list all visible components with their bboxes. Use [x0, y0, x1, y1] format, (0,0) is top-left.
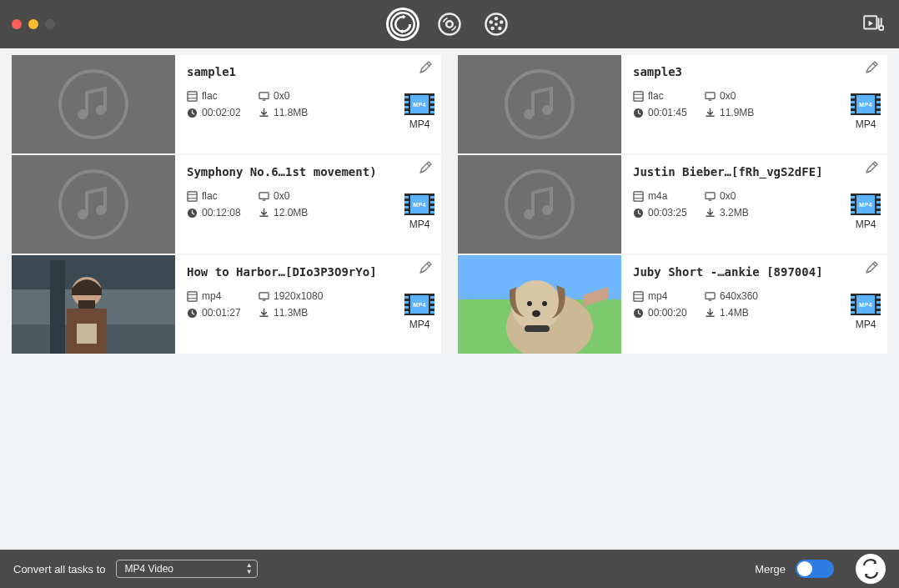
- pencil-icon: [418, 160, 433, 175]
- download-icon: [705, 308, 716, 319]
- pencil-icon: [864, 260, 879, 275]
- merge-label: Merge: [755, 563, 786, 575]
- file-title: Justin Bieber…[fRh_vgS2dFE]: [633, 165, 833, 178]
- clock-icon: [633, 308, 644, 319]
- file-size: 11.8MB: [259, 107, 342, 118]
- task-card[interactable]: sample1 flac 0x0 00:02:02 11.8MB: [12, 55, 441, 153]
- svg-point-29: [542, 301, 547, 306]
- maximize-window-button[interactable]: [45, 19, 55, 29]
- output-format-label: MP4: [856, 118, 876, 130]
- thumbnail: [12, 255, 175, 354]
- codec: flac: [187, 190, 259, 202]
- svg-rect-24: [78, 300, 95, 309]
- codec: mp4: [187, 290, 259, 302]
- monitor-icon: [259, 91, 269, 102]
- monitor-icon: [259, 291, 269, 302]
- task-list: sample1 flac 0x0 00:02:02 11.8MB: [0, 48, 899, 550]
- clock-icon: [187, 108, 198, 118]
- file-title: sample1: [187, 65, 387, 78]
- task-card[interactable]: How to Harbor…[DIo3P3O9rYo] mp4 1920x108…: [12, 255, 441, 354]
- media-library-button[interactable]: [862, 13, 884, 37]
- film-icon: [633, 91, 644, 102]
- output-format-label: MP4: [409, 118, 430, 130]
- convert-icon: [861, 559, 881, 579]
- merge-toggle[interactable]: [796, 560, 834, 578]
- file-size: 12.0MB: [259, 207, 342, 219]
- thumbnail: [12, 155, 175, 254]
- duration: 00:01:27: [187, 307, 259, 319]
- output-format-label: MP4: [409, 219, 430, 230]
- edit-button[interactable]: [864, 60, 881, 77]
- film-icon: [633, 191, 644, 202]
- task-card[interactable]: Symphony No.6…1st movement) flac 0x0 00:…: [12, 155, 441, 254]
- convert-button[interactable]: [856, 554, 886, 584]
- film-icon: [633, 291, 644, 302]
- resolution: 0x0: [705, 190, 788, 202]
- svg-point-30: [532, 310, 540, 317]
- edit-button[interactable]: [864, 160, 881, 177]
- output-format-button[interactable]: MP4 MP4: [851, 93, 881, 130]
- thumbnail: [12, 55, 175, 153]
- format-icon: MP4: [404, 193, 434, 215]
- output-format-button[interactable]: MP4 MP4: [851, 193, 881, 230]
- format-icon: MP4: [851, 193, 881, 215]
- codec: flac: [633, 90, 705, 102]
- duration: 00:01:45: [633, 107, 705, 118]
- pencil-icon: [864, 60, 879, 75]
- film-icon: [187, 291, 198, 302]
- codec: m4a: [633, 190, 705, 202]
- minimize-window-button[interactable]: [28, 19, 38, 29]
- format-icon: MP4: [404, 294, 434, 315]
- file-title: How to Harbor…[DIo3P3O9rYo]: [187, 265, 387, 279]
- output-format-button[interactable]: MP4 MP4: [404, 193, 434, 230]
- task-card[interactable]: sample3 flac 0x0 00:01:45 11.9MB: [458, 55, 887, 153]
- edit-button[interactable]: [418, 60, 434, 77]
- output-format-select[interactable]: MP4 Video ▲▼: [116, 560, 258, 578]
- download-icon: [705, 108, 716, 118]
- format-icon: MP4: [851, 294, 881, 315]
- bottom-bar: Convert all tasks to MP4 Video ▲▼ Merge: [0, 550, 899, 588]
- convert-all-label: Convert all tasks to: [13, 563, 106, 575]
- duration: 00:03:25: [633, 207, 705, 219]
- window-controls: [12, 19, 55, 29]
- edit-button[interactable]: [418, 260, 434, 277]
- format-icon: MP4: [404, 93, 434, 115]
- edit-button[interactable]: [864, 260, 881, 277]
- resolution: 640x360: [705, 290, 788, 302]
- clock-icon: [187, 308, 198, 319]
- thumbnail: [458, 155, 621, 254]
- download-icon: [259, 308, 269, 319]
- output-format-button[interactable]: MP4 MP4: [404, 93, 434, 130]
- task-card[interactable]: Justin Bieber…[fRh_vgS2dFE] m4a 0x0 00:0…: [458, 155, 887, 254]
- svg-rect-31: [525, 325, 550, 332]
- file-size: 11.9MB: [705, 107, 788, 118]
- duration: 00:12:08: [187, 207, 259, 219]
- task-card[interactable]: Juby Short -…ankie [897004] mp4 640x360 …: [458, 255, 887, 354]
- svg-rect-25: [50, 260, 65, 354]
- output-format-value: MP4 Video: [125, 563, 173, 575]
- output-format-label: MP4: [856, 319, 876, 330]
- codec: mp4: [633, 290, 705, 302]
- output-format-button[interactable]: MP4 MP4: [404, 294, 434, 330]
- edit-button[interactable]: [418, 160, 434, 177]
- clock-icon: [187, 208, 198, 219]
- monitor-icon: [705, 291, 716, 302]
- resolution: 0x0: [259, 90, 342, 102]
- file-size: 11.3MB: [259, 307, 342, 319]
- tab-convert[interactable]: [386, 8, 419, 41]
- resolution: 0x0: [259, 190, 342, 202]
- close-window-button[interactable]: [12, 19, 22, 29]
- output-format-button[interactable]: MP4 MP4: [851, 294, 881, 330]
- output-format-label: MP4: [856, 219, 876, 230]
- duration: 00:00:20: [633, 307, 705, 319]
- thumbnail: [458, 55, 621, 153]
- titlebar: [0, 0, 899, 48]
- clock-icon: [633, 208, 644, 219]
- format-icon: MP4: [851, 93, 881, 115]
- tab-toolbox[interactable]: [480, 8, 513, 41]
- tab-disc[interactable]: [433, 8, 466, 41]
- download-icon: [259, 108, 269, 118]
- file-size: 3.2MB: [705, 207, 788, 219]
- duration: 00:02:02: [187, 107, 259, 118]
- pencil-icon: [418, 260, 433, 275]
